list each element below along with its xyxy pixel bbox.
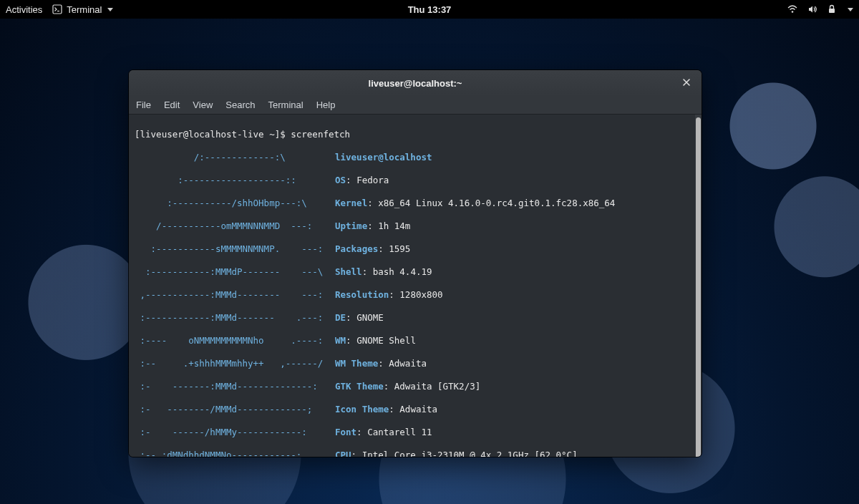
svg-rect-2	[829, 9, 835, 13]
ascii-art-line: :-----------sMMMMNNMNMP. ---:	[135, 243, 335, 255]
sf-value: Adwaita	[399, 404, 437, 415]
scrollbar-thumb[interactable]	[696, 117, 701, 457]
ascii-art-line: ,------------:MMMd-------- ---:	[135, 289, 335, 301]
sf-value: 1280x800	[399, 289, 442, 300]
sf-label: CPU	[335, 450, 351, 457]
sf-label: Shell	[335, 266, 362, 277]
menu-file[interactable]: File	[136, 100, 151, 110]
sf-value: GNOME	[356, 312, 384, 323]
terminal-content[interactable]: [liveuser@localhost-live ~]$ screenfetch…	[129, 115, 702, 457]
ascii-art-line: :-----------:MMMdP------- ---\	[135, 266, 335, 278]
sf-label: Uptime	[335, 220, 367, 231]
ascii-art-line: :---- oNMMMMMMMMMNho .----:	[135, 335, 335, 346]
sf-value: 1595	[389, 243, 410, 254]
sf-label: Icon Theme	[335, 404, 389, 415]
menu-search[interactable]: Search	[225, 100, 255, 110]
sf-label: OS	[335, 175, 346, 185]
ascii-art-line: /-----------omMMMNNNMMD ---:	[135, 220, 335, 232]
terminal-scrollbar[interactable]	[695, 115, 702, 457]
svg-rect-0	[53, 5, 62, 14]
ascii-art-line: :- --------/MMMd-------------;	[135, 404, 335, 415]
close-button[interactable]	[677, 74, 696, 92]
shell-prompt: [liveuser@localhost-live ~]$	[135, 129, 291, 140]
sf-value: Cantarell 11	[367, 427, 432, 437]
sf-value: Adwaita [GTK2/3]	[394, 381, 480, 392]
volume-icon	[807, 4, 817, 14]
terminal-icon	[52, 4, 62, 14]
terminal-window: liveuser@localhost:~ File Edit View Sear…	[129, 70, 702, 457]
gnome-top-panel: Activities Terminal Thu 13:37	[0, 0, 859, 19]
clock-menu[interactable]: Thu 13:37	[408, 4, 452, 15]
sf-label: Packages	[335, 243, 378, 254]
sf-value: GNOME Shell	[356, 335, 416, 346]
shell-command: screenfetch	[291, 129, 350, 140]
menu-view[interactable]: View	[193, 100, 213, 110]
sf-label: Kernel	[335, 198, 367, 208]
lock-icon	[828, 4, 836, 14]
ascii-art-line: :-- :dMNdhhdNMMNo------------;	[135, 450, 335, 457]
ascii-art-line: :------------:MMMd------- .---:	[135, 312, 335, 324]
sf-value: bash 4.4.19	[373, 266, 432, 277]
sf-user-host: liveuser@localhost	[335, 152, 432, 163]
sf-label: Resolution	[335, 289, 389, 300]
chevron-down-icon	[107, 8, 113, 11]
ascii-art-line: :- ------/hMMMy------------:	[135, 427, 335, 438]
system-status-area[interactable]	[787, 4, 853, 14]
ascii-art-line: /:-------------:\	[135, 152, 335, 163]
sf-label: GTK Theme	[335, 381, 384, 392]
active-app-label: Terminal	[67, 4, 102, 15]
activities-button[interactable]: Activities	[6, 4, 42, 15]
ascii-art-line: :-- .+shhhMMMmhhy++ ,------/	[135, 358, 335, 369]
menu-terminal[interactable]: Terminal	[268, 100, 304, 110]
sf-value: x86_64 Linux 4.16.0-0.rc4.git0.1.fc28.x8…	[378, 198, 615, 208]
menu-help[interactable]: Help	[316, 100, 336, 110]
ascii-art-line: :-------------------::	[135, 175, 335, 186]
terminal-menubar: File Edit View Search Terminal Help	[129, 96, 702, 115]
sf-label: WM Theme	[335, 358, 378, 369]
menu-edit[interactable]: Edit	[164, 100, 180, 110]
window-title: liveuser@localhost:~	[369, 78, 462, 89]
sf-label: Font	[335, 427, 356, 437]
wifi-icon	[787, 4, 797, 14]
sf-value: 1h 14m	[378, 220, 410, 231]
active-app-menu[interactable]: Terminal	[52, 4, 113, 15]
ascii-art-line: :-----------/shhOHbmp---:\	[135, 198, 335, 209]
window-titlebar[interactable]: liveuser@localhost:~	[129, 70, 702, 96]
sf-label: DE	[335, 312, 346, 323]
ascii-art-line: :- -------:MMMd--------------:	[135, 381, 335, 392]
close-icon	[682, 77, 691, 89]
sf-value: Fedora	[356, 175, 389, 185]
svg-point-1	[792, 11, 794, 13]
sf-label: WM	[335, 335, 346, 346]
sf-value: Adwaita	[389, 358, 427, 369]
sf-value: Intel Core i3-2310M @ 4x 2.1GHz [62.0°C]	[362, 450, 578, 457]
chevron-down-icon	[848, 8, 853, 11]
